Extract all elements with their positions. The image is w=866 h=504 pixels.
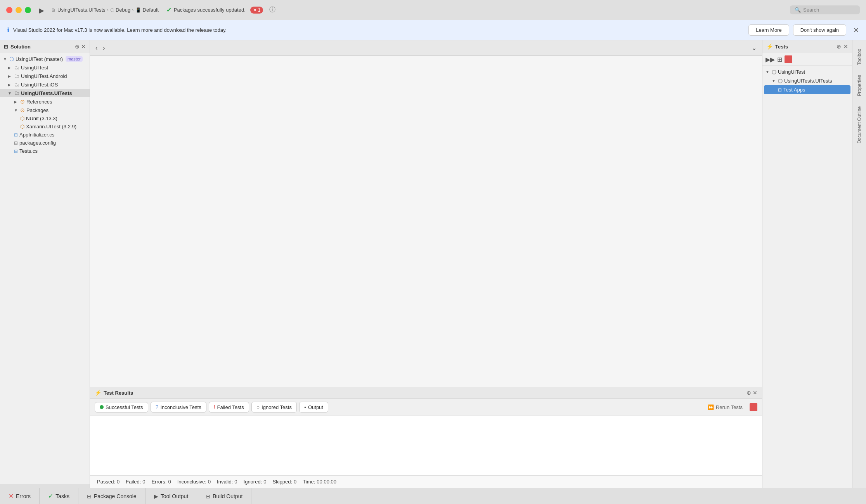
check-icon: ✓: [48, 492, 53, 500]
tree-item-android[interactable]: ▶ 🗂 UsingUITest.Android: [0, 72, 90, 80]
dismiss-button[interactable]: Don't show again: [793, 24, 846, 36]
ignored-tests-button[interactable]: ○ Ignored Tests: [251, 402, 297, 413]
build-output-tab-label: Build Output: [213, 493, 242, 499]
tree-item-root[interactable]: ▼ ⬡ UsingUITest (master) master: [0, 55, 90, 63]
references-folder-icon: ⊙: [20, 98, 25, 105]
info-banner-text: Visual Studio 2022 for Mac v17.3 is now …: [13, 27, 745, 33]
expand-icon: ▶: [8, 66, 12, 70]
search-icon: 🔍: [795, 7, 801, 13]
expand-icon: ▼: [14, 108, 19, 112]
tests-close-button[interactable]: ✕: [843, 43, 848, 50]
tree-item-nunit[interactable]: ⬡ NUnit (3.13.3): [0, 114, 90, 123]
back-button[interactable]: ‹: [94, 44, 99, 52]
expand-icon: ▼: [772, 79, 776, 83]
editor-area[interactable]: [90, 56, 762, 387]
output-icon: ▪: [304, 404, 306, 410]
failed-tests-label: Failed Tests: [217, 404, 244, 410]
tasks-tab[interactable]: ✓ Tasks: [40, 488, 78, 504]
sidebar-close-button[interactable]: ✕: [81, 43, 86, 50]
build-status: ✔ Packages successfully updated.: [166, 6, 246, 14]
stat-invalid-value: 0: [234, 479, 237, 485]
tree-label: AppInitializer.cs: [19, 132, 54, 138]
breadcrumb-device: Default: [143, 7, 159, 13]
rerun-label: Rerun Tests: [716, 404, 743, 410]
tree-item-uitests[interactable]: ▼ 🗂 UsingUITests.UITests: [0, 89, 90, 97]
info-icon[interactable]: ⓘ: [269, 6, 275, 14]
sidebar-controls: ⊕ ✕: [75, 43, 86, 50]
tests-item-testapps[interactable]: ⊟ Test Apps: [764, 85, 850, 94]
tests-panel: ⚡ Tests ⊕ ✕ ▶▶ ⊞ ▼ UsingUITest ▼ UsingUI…: [762, 40, 852, 488]
output-button[interactable]: ▪ Output: [299, 402, 328, 413]
tree-item-xamarin-uitest[interactable]: ⬡ Xamarin.UITest (3.2.9): [0, 123, 90, 131]
stat-errors: Errors: 0: [151, 479, 171, 485]
folder-icon: 🗂: [14, 73, 19, 79]
stat-ignored-value: 0: [263, 479, 266, 485]
tree-label-root: UsingUITest (master): [16, 56, 63, 62]
failed-tests-button[interactable]: ! Failed Tests: [209, 402, 249, 413]
close-button[interactable]: [6, 7, 12, 13]
toolbox-tab[interactable]: Toolbox: [854, 44, 864, 69]
tree-item-usinguitest[interactable]: ▶ 🗂 UsingUITest: [0, 63, 90, 72]
search-bar[interactable]: 🔍 Search: [790, 5, 860, 14]
run-all-button[interactable]: ▶▶: [766, 56, 775, 63]
tree-item-tests-cs[interactable]: ⊟ Tests.cs: [0, 147, 90, 155]
tests-pin-button[interactable]: ⊕: [837, 43, 841, 50]
forward-button[interactable]: ›: [101, 44, 106, 52]
minimize-button[interactable]: [16, 7, 22, 13]
close-icon[interactable]: ✕: [853, 26, 859, 35]
test-results-panel: ⚡ Test Results ⊕ ✕ Successful Tests ? In…: [90, 387, 762, 488]
packages-folder-icon: ⊙: [20, 107, 25, 113]
sidebar-pin-button[interactable]: ⊕: [75, 43, 80, 50]
stat-inconclusive-label: Inconclusive:: [177, 479, 206, 485]
package-icon: ⊟: [87, 493, 92, 499]
learn-more-button[interactable]: Learn More: [748, 24, 789, 36]
successful-tests-button[interactable]: Successful Tests: [95, 402, 148, 413]
tests-item-uitests[interactable]: ▼ UsingUITests.UITests: [762, 76, 852, 85]
tree-item-appinitializer[interactable]: ⊟ AppInitializer.cs: [0, 131, 90, 139]
tree-item-packages-config[interactable]: ⊟ packages.config: [0, 139, 90, 147]
inconclusive-icon: ?: [156, 404, 159, 410]
test-results-area: [90, 416, 762, 475]
ignored-tests-label: Ignored Tests: [262, 404, 292, 410]
stat-passed-label: Passed:: [97, 479, 115, 485]
expand-icon: ▼: [766, 70, 770, 74]
main-content: ⊞ Solution ⊕ ✕ ▼ ⬡ UsingUITest (master) …: [0, 40, 866, 488]
group-button[interactable]: ⊞: [777, 56, 782, 63]
package-console-tab-label: Package Console: [94, 493, 137, 499]
stop-all-button[interactable]: [785, 55, 792, 63]
package-console-tab[interactable]: ⊟ Package Console: [78, 488, 145, 504]
tree-label: Packages: [26, 107, 48, 113]
failed-icon: !: [214, 404, 215, 410]
error-count: 1: [258, 7, 261, 13]
properties-tab[interactable]: Properties: [854, 70, 864, 101]
test-status-circle: [772, 70, 776, 74]
inconclusive-tests-button[interactable]: ? Inconclusive Tests: [151, 402, 206, 413]
rerun-tests-button[interactable]: ⏩ Rerun Tests: [703, 402, 747, 412]
panel-pin-button[interactable]: ⊕: [746, 390, 751, 396]
maximize-button[interactable]: [25, 7, 31, 13]
error-badge[interactable]: ✕ 1: [250, 7, 263, 14]
stat-invalid-label: Invalid:: [217, 479, 233, 485]
stop-button[interactable]: [750, 403, 757, 411]
panel-close-button[interactable]: ✕: [753, 390, 757, 396]
stat-ignored-label: Ignored:: [244, 479, 262, 485]
panel-toggle-button[interactable]: ⌄: [750, 43, 758, 52]
package-icon: ⬡: [20, 116, 24, 121]
ignored-icon: ○: [256, 404, 260, 410]
errors-tab[interactable]: ✕ Errors: [0, 488, 40, 504]
info-circle-icon: ℹ: [7, 26, 9, 34]
stat-invalid: Invalid: 0: [217, 479, 237, 485]
play-icon: ▶: [154, 493, 158, 499]
tests-item-root[interactable]: ▼ UsingUITest: [762, 67, 852, 76]
tree-item-packages[interactable]: ▼ ⊙ Packages: [0, 106, 90, 114]
run-button[interactable]: ▶: [39, 6, 47, 14]
tests-label: UsingUITest: [778, 69, 805, 75]
tree-item-ios[interactable]: ▶ 🗂 UsingUITest.iOS: [0, 80, 90, 89]
test-stats-bar: Passed: 0 Failed: 0 Errors: 0 Inconclusi…: [90, 475, 762, 488]
build-output-tab[interactable]: ⊟ Build Output: [197, 488, 251, 504]
document-outline-tab[interactable]: Document Outline: [854, 102, 864, 148]
side-tabs: Toolbox Properties Document Outline: [852, 40, 866, 488]
tool-output-tab[interactable]: ▶ Tool Output: [145, 488, 197, 504]
sidebar-scrollbar[interactable]: [0, 484, 90, 488]
tree-item-references[interactable]: ▶ ⊙ References: [0, 97, 90, 106]
